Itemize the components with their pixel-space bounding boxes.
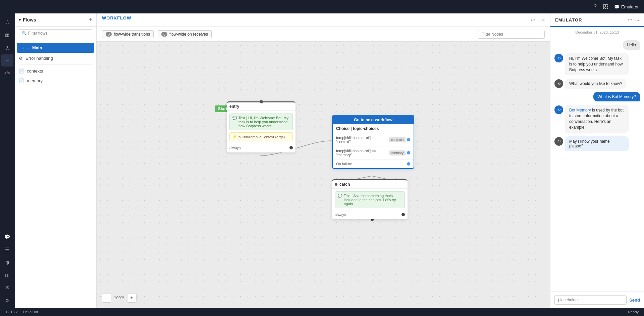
bot-avatar-2: ⟲ <box>554 105 563 114</box>
catch-node-label: catch <box>332 180 408 189</box>
transitions-label: flow-wide transitions <box>114 32 150 37</box>
filter-icon: 🔍 <box>22 31 27 36</box>
flow-memory-icon: 📄 <box>19 78 24 83</box>
flow-item-memory[interactable]: 📄 memory <box>15 76 96 86</box>
entry-always-row: always <box>227 144 296 152</box>
emulator-title: EMULATOR <box>555 17 625 22</box>
filter-nodes-input[interactable] <box>478 30 545 39</box>
flows-list: →→ Main ⚙ Error handling 📄 contexts 📄 me… <box>15 40 96 88</box>
flows-search-input[interactable] <box>28 31 89 36</box>
emulator-chat-input[interactable] <box>554 295 627 305</box>
chat-message-welcome: ⟲ Hi, I'm Welcome Bot! My task is to hel… <box>554 53 640 75</box>
sidebar-icon-share[interactable]: ⬡ <box>1 16 13 28</box>
redo-button[interactable]: ↪ <box>540 17 545 23</box>
choice-condition-1: temp[skill-choice-ret'] == "context" <box>336 136 389 144</box>
canvas-header: WORKFLOW ↩ ↪ <box>97 13 550 27</box>
entry-node-label: entry <box>227 102 296 111</box>
zoom-in-button[interactable]: + <box>127 293 137 303</box>
flow-item-main[interactable]: →→ Main <box>17 43 94 53</box>
choice-row-1[interactable]: temp[skill-choice-ret'] == "context" con… <box>333 133 414 146</box>
text-icon: 💬 <box>232 116 237 120</box>
help-icon[interactable]: ? <box>594 4 597 10</box>
catch-output-connector <box>401 213 405 216</box>
chat-area: Hello ⟲ Hi, I'm Welcome Bot! My task is … <box>550 38 644 291</box>
sidebar-icon-nlu[interactable]: ◎ <box>1 42 13 54</box>
icon-sidebar: ⬡ ▦ ◎ → </> 💬 ☰ ◑ ▥ ✉ ⚙ <box>0 13 15 308</box>
choice-node[interactable]: Go to next workflow Choice | topic-choic… <box>332 115 414 169</box>
canvas-svg <box>97 42 550 308</box>
catch-node[interactable]: catch 💬 Text | Ask me something thats in… <box>332 179 408 219</box>
receives-label: flow-wide on receives <box>169 32 208 37</box>
choice-condition-2: temp[skill-choice-ret'] == "memory" <box>336 149 389 157</box>
flows-search-container: 🔍 <box>15 27 96 40</box>
canvas-zoom-controls: - 100% + <box>102 293 137 303</box>
what-bubble: What would you like to know? <box>565 79 626 89</box>
chat-message-what: ⟲ What would you like to know? <box>554 79 640 89</box>
name-bubble: May I know your name please? <box>565 136 629 151</box>
transitions-badge: 0 <box>106 32 112 37</box>
flow-error-icon: ⚙ <box>19 56 23 61</box>
choice-connector-1 <box>407 138 410 141</box>
undo-button[interactable]: ↩ <box>531 17 535 23</box>
entry-output-connector <box>289 146 293 149</box>
emulator-input-area: Send <box>550 291 644 308</box>
entry-builtin-content: builtin/removeContext (args) <box>238 135 285 139</box>
entry-node[interactable]: entry 💬 Text | Hi, I'm Welcome Bot! My t… <box>227 101 296 152</box>
flow-contexts-label: contexts <box>27 69 43 74</box>
flow-wide-transitions-btn[interactable]: 0 flow-wide transitions <box>102 30 154 38</box>
sidebar-icon-settings[interactable]: ⚙ <box>1 295 13 307</box>
lightning-icon: ⚡ <box>232 135 237 139</box>
receives-badge: 0 <box>161 32 167 37</box>
welcome-bubble: Hi, I'm Welcome Bot! My task is to help … <box>565 53 629 75</box>
user-avatar-2: ⟲ <box>554 137 563 146</box>
catch-text-content: Text | Ask me something thats included i… <box>344 194 402 206</box>
sidebar-icon-mail[interactable]: ✉ <box>1 282 13 294</box>
zoom-out-button[interactable]: - <box>102 293 111 303</box>
bot-memory-bubble: What is Bot Memory? <box>593 92 640 101</box>
emulator-send-button[interactable]: Send <box>629 298 640 303</box>
sidebar-icon-list[interactable]: ☰ <box>1 243 13 256</box>
entry-text-item[interactable]: 💬 Text | Hi, I'm Welcome Bot! My task is… <box>229 114 293 130</box>
emulator-timestamp: December 31, 2020, 15:13 <box>550 27 644 38</box>
flow-main-icon: →→ <box>21 45 30 50</box>
catch-text-icon: 💬 <box>338 194 342 198</box>
chat-message-name: ⟲ May I know your name please? <box>554 136 640 151</box>
flows-add-button[interactable]: + <box>89 17 92 23</box>
entry-top-connector <box>260 100 263 103</box>
emulator-topbar-button[interactable]: 💬 Emulator <box>614 4 639 9</box>
screenshot-icon[interactable]: 🖼 <box>603 4 608 10</box>
sidebar-icon-chat[interactable]: 💬 <box>1 231 13 243</box>
sidebar-icon-flow[interactable]: → <box>1 54 13 66</box>
chat-message-bot-memory: What is Bot Memory? <box>554 92 640 101</box>
sidebar-icon-module[interactable]: ◑ <box>1 256 13 268</box>
sidebar-icon-code[interactable]: </> <box>1 67 13 79</box>
flows-chevron[interactable]: ▾ <box>19 17 21 22</box>
choice-failure-connector <box>407 162 410 166</box>
choice-failure-row: On failure <box>333 160 414 168</box>
entry-text-content: Text | Hi, I'm Welcome Bot! My task is t… <box>238 116 290 128</box>
emulator-icon: 💬 <box>614 4 620 9</box>
flow-item-error[interactable]: ⚙ Error handling <box>15 53 96 63</box>
catch-text-item[interactable]: 💬 Text | Ask me something thats included… <box>335 191 405 208</box>
workflow-title: WORKFLOW <box>102 13 131 29</box>
flows-header: ▾ Flows + <box>15 13 96 27</box>
status-bar: 12.15.2 Hello Bot Ready <box>0 308 644 316</box>
entry-builtin-item[interactable]: ⚡ builtin/removeContext (args) <box>229 132 293 141</box>
emulator-more-icon[interactable]: ··· <box>635 17 639 23</box>
flow-memory-label: memory <box>27 78 43 83</box>
emulator-header: EMULATOR ↩ ··· <box>550 13 644 27</box>
choice-tag-2: memory <box>389 150 406 155</box>
choice-failure-label: On failure <box>336 162 352 166</box>
flow-item-contexts[interactable]: 📄 contexts <box>15 66 96 76</box>
sidebar-icon-layout[interactable]: ▥ <box>1 269 13 281</box>
bot-avatar-1: ⟲ <box>554 54 563 62</box>
emulator-undo-icon[interactable]: ↩ <box>628 17 632 23</box>
sidebar-icon-dashboard[interactable]: ▦ <box>1 29 13 41</box>
canvas[interactable]: Start entry 💬 Text | Hi, I'm Welcome Bot… <box>97 42 550 308</box>
flow-wide-receives-btn[interactable]: 0 flow-wide on receives <box>158 30 212 38</box>
flows-title: ▾ Flows <box>19 17 36 22</box>
choice-row-2[interactable]: temp[skill-choice-ret'] == "memory" memo… <box>333 146 414 160</box>
catch-always-row: always <box>332 211 408 219</box>
flow-main-label: Main <box>32 45 42 50</box>
status-version: 12.15.2 <box>5 310 18 314</box>
